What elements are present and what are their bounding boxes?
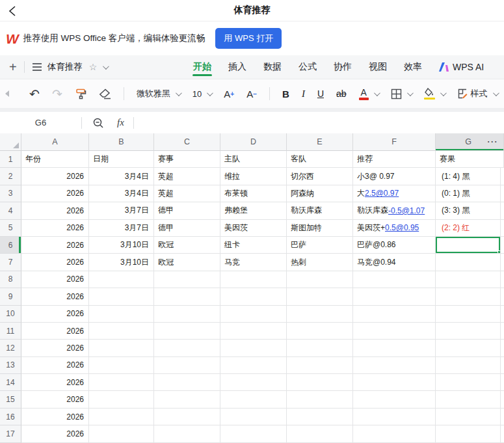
cell[interactable] [353,409,436,425]
selected-cell-g6[interactable] [436,237,501,254]
cell[interactable]: 英超 [154,168,220,185]
cell[interactable] [353,425,436,442]
cell[interactable]: 客队 [287,151,353,168]
cell[interactable] [501,271,504,288]
font-color-button[interactable]: A [359,88,378,100]
cell[interactable]: 勒沃库森 [287,202,353,219]
cell[interactable]: 布莱顿 [220,185,287,202]
cell[interactable] [89,306,154,323]
cell[interactable] [436,271,501,288]
cell[interactable] [287,306,353,323]
cell[interactable]: 美因茨 [220,220,287,237]
row-header-12[interactable]: 12 [0,340,21,356]
formula-input[interactable] [134,112,504,133]
cell[interactable] [436,306,501,323]
undo-icon[interactable]: ↶ [29,87,40,101]
cell[interactable] [154,306,220,323]
cell[interactable] [287,425,353,442]
cell[interactable] [436,374,501,391]
cell[interactable] [501,306,504,323]
cell[interactable] [287,340,353,356]
cell[interactable] [436,254,501,271]
cell-style-button[interactable]: 样式 [457,88,497,100]
row-header-13[interactable]: 13 [0,357,21,374]
cell[interactable]: 热刺 [287,254,353,271]
cell[interactable]: 2026 [21,237,89,254]
cell[interactable] [287,357,353,374]
cell[interactable]: 2026 [21,168,89,185]
zoom-out-icon[interactable] [92,117,104,129]
cell[interactable] [501,391,504,408]
increase-font-icon[interactable]: A+ [224,88,234,100]
cell[interactable] [287,323,353,340]
underline-button[interactable]: U [317,88,324,99]
cell[interactable] [154,340,220,356]
column-header-a[interactable]: A [21,133,89,151]
cell[interactable]: 2026 [21,357,89,374]
cell[interactable]: (0: 1) 黑 [436,185,501,202]
cell[interactable] [220,306,287,323]
column-header-c[interactable]: C [154,133,220,151]
cell[interactable] [287,374,353,391]
cell[interactable] [353,323,436,340]
cell[interactable]: 3月10日 [89,237,154,254]
cell[interactable]: (1: 4) 黑 [436,168,501,185]
column-header-e[interactable]: E [287,133,353,151]
cell[interactable] [287,288,353,305]
cell[interactable] [501,168,504,185]
row-header-11[interactable]: 11 [0,323,21,340]
tab-插入[interactable]: 插入 [228,55,247,79]
cell[interactable] [89,340,154,356]
cell[interactable] [501,288,504,305]
fx-icon[interactable]: fx [117,117,124,128]
cell[interactable] [154,391,220,408]
cell[interactable] [353,340,436,356]
cell[interactable] [501,254,504,271]
row-header-9[interactable]: 9 [0,288,21,305]
cell[interactable] [501,340,504,356]
format-painter-icon[interactable] [75,88,86,100]
row-header-6[interactable]: 6 [0,237,21,254]
cell[interactable]: 2026 [21,288,89,305]
column-header-f[interactable]: F [353,133,436,151]
cell[interactable]: 弗赖堡 [220,202,287,219]
cell[interactable] [287,271,353,288]
cell[interactable]: 推荐 [353,151,436,168]
cell[interactable]: 勒沃库森-0.5@1.07 [353,202,436,219]
cell[interactable] [436,340,501,356]
cell[interactable] [501,237,504,254]
cell[interactable] [501,409,504,425]
open-in-wps-button[interactable]: 用 WPS 打开 [215,28,282,49]
cell[interactable] [154,425,220,442]
cell[interactable] [220,288,287,305]
cell[interactable] [154,357,220,374]
hyperlink[interactable]: -0.5@1.07 [388,206,425,215]
cell[interactable]: (2: 2) 红 [436,220,501,237]
strikethrough-button[interactable]: ab [336,88,347,99]
column-header-b[interactable]: B [89,133,154,151]
cell[interactable] [501,425,504,442]
cell[interactable] [353,391,436,408]
cell[interactable]: 3月7日 [89,220,154,237]
chevron-down-icon[interactable] [103,63,109,70]
cell[interactable] [501,185,504,202]
cell[interactable]: 3月10日 [89,254,154,271]
cell[interactable]: 小3@ 0.97 [353,168,436,185]
collapse-toolbar-icon[interactable] [5,90,9,97]
cell[interactable]: 欧冠 [154,237,220,254]
cell[interactable] [154,323,220,340]
tab-数据[interactable]: 数据 [263,55,282,79]
cell[interactable] [501,323,504,340]
cell[interactable] [353,306,436,323]
row-header-15[interactable]: 15 [0,391,21,408]
cell[interactable]: 阿森纳 [287,185,353,202]
cell[interactable]: 3月7日 [89,202,154,219]
cell[interactable] [89,425,154,442]
cell[interactable]: 2026 [21,391,89,408]
row-header-4[interactable]: 4 [0,202,21,219]
cell[interactable]: 日期 [89,151,154,168]
cell[interactable] [501,202,504,219]
cell[interactable] [436,409,501,425]
column-header-g[interactable]: G··· [436,133,504,151]
row-header-7[interactable]: 7 [0,254,21,271]
